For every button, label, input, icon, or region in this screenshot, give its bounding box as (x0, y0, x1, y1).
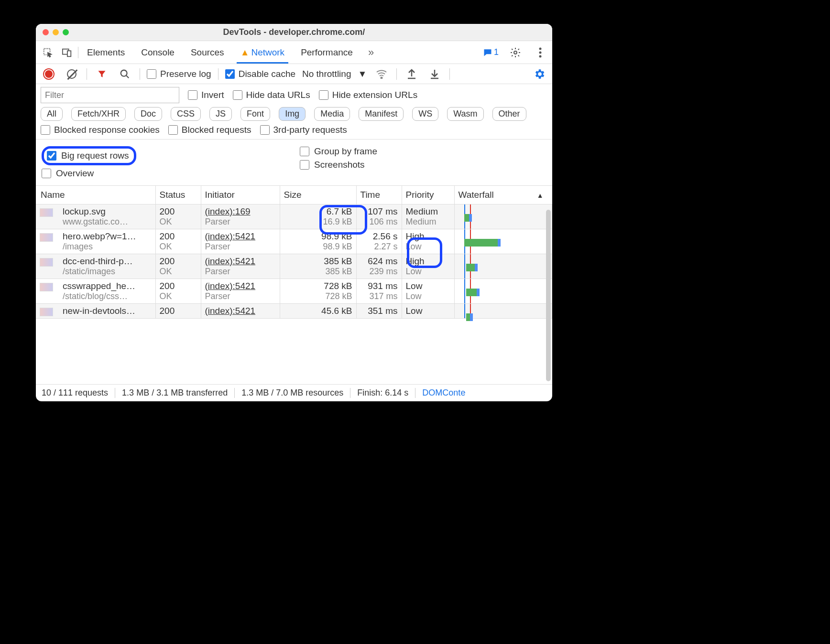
tab-sources[interactable]: Sources (190, 43, 225, 63)
row-size: 385 kB (284, 256, 352, 267)
vertical-scrollbar[interactable] (546, 210, 551, 381)
type-pill-img[interactable]: Img (279, 107, 306, 121)
table-row[interactable]: new-in-devtools…200(index):542145.6 kB35… (36, 304, 552, 319)
third-party-checkbox[interactable]: 3rd-party requests (260, 125, 347, 135)
col-size[interactable]: Size (280, 186, 356, 204)
display-settings: Big request rows Overview Group by frame… (36, 140, 552, 186)
row-size-sub: 98.9 kB (284, 242, 352, 252)
clear-button[interactable] (64, 66, 80, 82)
type-pill-wasm[interactable]: Wasm (447, 107, 483, 121)
type-pill-fetchxhr[interactable]: Fetch/XHR (71, 107, 126, 121)
blocked-requests-checkbox[interactable]: Blocked requests (168, 125, 251, 135)
col-time[interactable]: Time (356, 186, 402, 204)
col-name[interactable]: Name (36, 186, 155, 204)
row-name-sub: www.gstatic.co… (63, 217, 152, 227)
row-priority: Low (406, 281, 450, 291)
upload-har-icon[interactable] (404, 66, 420, 82)
row-waterfall (454, 279, 552, 304)
window-title: DevTools - developer.chrome.com/ (36, 27, 552, 37)
download-har-icon[interactable] (426, 66, 443, 82)
settings-icon[interactable] (507, 44, 524, 61)
row-status-sub: OK (160, 242, 197, 252)
row-initiator-sub: Parser (205, 267, 276, 277)
table-row[interactable]: dcc-end-third-p…/static/images200OK(inde… (36, 254, 552, 279)
col-initiator[interactable]: Initiator (201, 186, 280, 204)
big-request-rows-checkbox[interactable] (47, 151, 56, 161)
type-filter-pills: AllFetch/XHRDocCSSJSFontImgMediaManifest… (41, 107, 547, 121)
svg-point-5 (539, 51, 542, 54)
row-status-sub: OK (160, 217, 197, 227)
messages-button[interactable]: 1 (483, 47, 499, 57)
row-size: 728 kB (284, 281, 352, 291)
row-name: dcc-end-third-p… (63, 256, 152, 267)
row-time: 624 ms (360, 256, 398, 267)
overview-checkbox[interactable]: Overview (42, 168, 288, 179)
type-pill-all[interactable]: All (41, 107, 63, 121)
row-priority: Low (406, 306, 450, 316)
panel-tabs: Elements Console Sources ▲Network Perfor… (36, 41, 552, 64)
hide-extension-urls-checkbox[interactable]: Hide extension URLs (319, 90, 417, 100)
network-settings-icon[interactable] (531, 66, 547, 82)
row-status: 200 (160, 281, 197, 291)
type-pill-font[interactable]: Font (240, 107, 270, 121)
status-resources: 1.3 MB / 7.0 MB resources (235, 388, 350, 398)
row-name-sub: /images (63, 242, 152, 252)
row-status: 200 (160, 256, 197, 267)
row-initiator[interactable]: (index):5421 (205, 256, 276, 267)
col-status[interactable]: Status (155, 186, 201, 204)
status-transferred: 1.3 MB / 3.1 MB transferred (115, 388, 235, 398)
row-initiator[interactable]: (index):5421 (205, 231, 276, 242)
requests-table: Name Status Initiator Size Time Priority… (36, 186, 552, 384)
row-initiator[interactable]: (index):169 (205, 206, 276, 217)
table-row[interactable]: lockup.svgwww.gstatic.co…200OK(index):16… (36, 204, 552, 229)
row-initiator-sub: Parser (205, 291, 276, 301)
table-row[interactable]: hero.webp?w=1…/images200OK(index):5421Pa… (36, 229, 552, 254)
kebab-menu-icon[interactable] (532, 44, 548, 61)
tab-performance[interactable]: Performance (300, 43, 354, 63)
group-by-frame-checkbox[interactable]: Group by frame (300, 146, 546, 157)
filter-toggle-icon[interactable] (94, 66, 110, 82)
table-row[interactable]: csswrapped_he…/static/blog/css…200OK(ind… (36, 279, 552, 304)
row-size: 6.7 kB (284, 206, 352, 217)
row-priority: Medium (406, 206, 450, 217)
type-pill-doc[interactable]: Doc (134, 107, 162, 121)
row-time: 107 ms (360, 206, 398, 217)
type-pill-ws[interactable]: WS (412, 107, 438, 121)
screenshots-checkbox[interactable]: Screenshots (300, 160, 546, 170)
network-conditions-icon[interactable] (373, 66, 390, 82)
status-finish: Finish: 6.14 s (350, 388, 415, 398)
tab-network[interactable]: ▲Network (240, 43, 286, 63)
record-button[interactable] (41, 66, 57, 82)
row-status-sub: OK (160, 267, 197, 277)
type-pill-manifest[interactable]: Manifest (359, 107, 404, 121)
col-priority[interactable]: Priority (402, 186, 454, 204)
network-toolbar: Preserve log Disable cache No throttling… (36, 64, 552, 84)
tab-console[interactable]: Console (140, 43, 175, 63)
resource-thumbnail-icon (40, 258, 53, 267)
filter-input[interactable] (41, 87, 179, 103)
search-icon[interactable] (117, 66, 133, 82)
hide-data-urls-checkbox[interactable]: Hide data URLs (233, 90, 310, 100)
preserve-log-checkbox[interactable]: Preserve log (147, 69, 211, 79)
col-waterfall[interactable]: Waterfall▲ (454, 186, 552, 204)
filter-bar: Invert Hide data URLs Hide extension URL… (36, 84, 552, 140)
row-initiator[interactable]: (index):5421 (205, 306, 276, 316)
row-time-sub: 317 ms (360, 291, 398, 301)
device-toggle-icon[interactable] (59, 44, 75, 61)
row-initiator[interactable]: (index):5421 (205, 281, 276, 291)
disable-cache-checkbox[interactable]: Disable cache (225, 69, 295, 79)
tab-elements[interactable]: Elements (86, 43, 126, 63)
more-tabs-icon[interactable]: » (368, 46, 374, 59)
blocked-cookies-checkbox[interactable]: Blocked response cookies (41, 125, 160, 135)
inspect-icon[interactable] (40, 44, 56, 61)
resource-thumbnail-icon (40, 233, 53, 242)
type-pill-other[interactable]: Other (492, 107, 526, 121)
type-pill-css[interactable]: CSS (171, 107, 201, 121)
invert-checkbox[interactable]: Invert (188, 90, 224, 100)
status-domcontent[interactable]: DOMConte (415, 388, 472, 398)
type-pill-js[interactable]: JS (209, 107, 232, 121)
type-pill-media[interactable]: Media (314, 107, 350, 121)
throttling-dropdown[interactable]: No throttling ▼ (302, 69, 367, 79)
tabbar-right: 1 (483, 44, 548, 61)
row-size-sub: 385 kB (284, 267, 352, 277)
